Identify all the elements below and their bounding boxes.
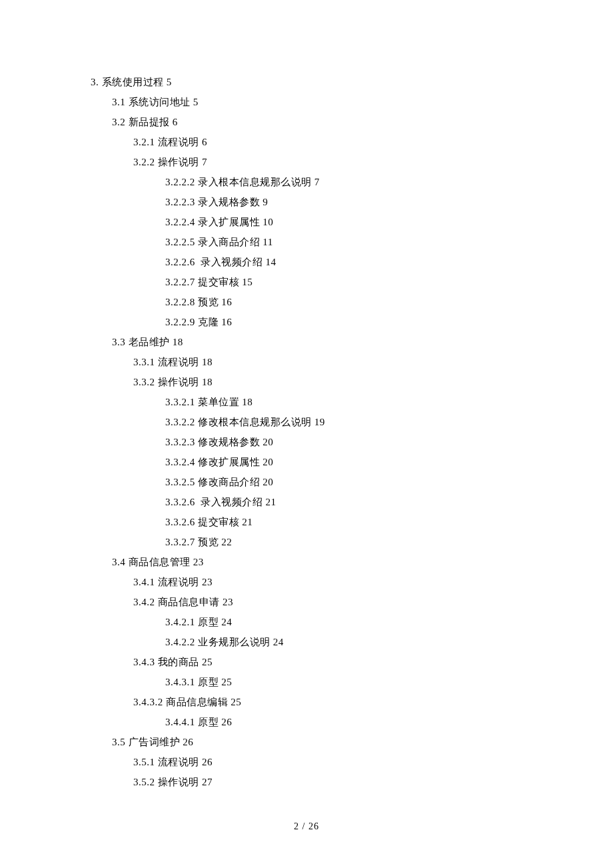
toc-entry: 3.2.2.5 录入商品介绍 11	[165, 232, 613, 252]
toc-entry: 3.2.2.4 录入扩展属性 10	[165, 212, 613, 232]
toc-entry: 3.5 广告词维护 26	[112, 732, 613, 752]
toc-entry: 3.3.2.4 修改扩展属性 20	[165, 452, 613, 472]
toc-entry: 3. 系统使用过程 5	[91, 72, 613, 92]
toc-entry: 3.2.2.8 预览 16	[165, 292, 613, 312]
toc-entry: 3.2.2.2 录入根本信息规那么说明 7	[165, 172, 613, 192]
toc-entry: 3.2.2.7 提交审核 15	[165, 272, 613, 292]
toc-entry: 3.4 商品信息管理 23	[112, 552, 613, 572]
toc-entry: 3.2.1 流程说明 6	[133, 132, 613, 152]
toc-entry: 3.4.3.2 商品信息编辑 25	[133, 692, 613, 712]
toc-entry: 3.3.2.2 修改根本信息规那么说明 19	[165, 412, 613, 432]
toc-entry: 3.2.2.6 录入视频介绍 14	[165, 252, 613, 272]
toc-entry: 3.4.2.1 原型 24	[165, 612, 613, 632]
page-number: 2 / 26	[0, 817, 613, 836]
toc-entry: 3.3.2.5 修改商品介绍 20	[165, 472, 613, 492]
toc-entry: 3.2.2.9 克隆 16	[165, 312, 613, 332]
toc-entry: 3.3.2.7 预览 22	[165, 532, 613, 552]
toc-entry: 3.5.2 操作说明 27	[133, 772, 613, 792]
toc-entry: 3.3.2 操作说明 18	[133, 372, 613, 392]
toc-entry: 3.4.1 流程说明 23	[133, 572, 613, 592]
toc-entry: 3.3.2.1 菜单位置 18	[165, 392, 613, 412]
toc-entry: 3.4.4.1 原型 26	[165, 712, 613, 732]
toc-entry: 3.4.3.1 原型 25	[165, 672, 613, 692]
toc-entry: 3.2.2 操作说明 7	[133, 152, 613, 172]
toc-entry: 3.1 系统访问地址 5	[112, 92, 613, 112]
toc-entry: 3.3.2.6 提交审核 21	[165, 512, 613, 532]
toc-entry: 3.4.2.2 业务规那么说明 24	[165, 632, 613, 652]
toc-entry: 3.2 新品提报 6	[112, 112, 613, 132]
toc-container: 3. 系统使用过程 5 3.1 系统访问地址 5 3.2 新品提报 6 3.2.…	[0, 0, 613, 792]
toc-entry: 3.2.2.3 录入规格参数 9	[165, 192, 613, 212]
toc-entry: 3.3 老品维护 18	[112, 332, 613, 352]
toc-entry: 3.3.1 流程说明 18	[133, 352, 613, 372]
toc-entry: 3.4.3 我的商品 25	[133, 652, 613, 672]
toc-entry: 3.3.2.3 修改规格参数 20	[165, 432, 613, 452]
toc-entry: 3.3.2.6 录入视频介绍 21	[165, 492, 613, 512]
toc-entry: 3.5.1 流程说明 26	[133, 752, 613, 772]
toc-entry: 3.4.2 商品信息申请 23	[133, 592, 613, 612]
